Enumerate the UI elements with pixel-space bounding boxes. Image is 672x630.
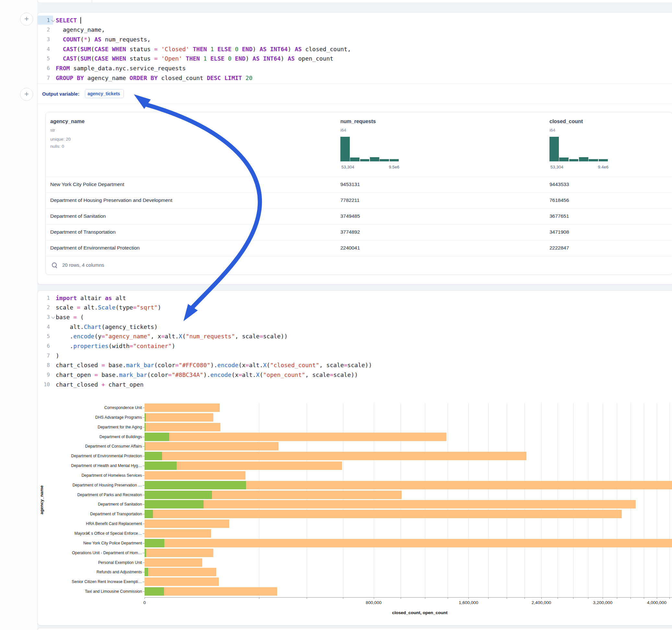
bar-open-count: [145, 568, 148, 576]
column-stat: unique: 20: [50, 137, 71, 142]
code-token: "closed_count": [270, 362, 319, 368]
line-number: 1: [38, 16, 50, 25]
bar-closed-count: [145, 549, 213, 557]
line-number: 6: [38, 341, 50, 350]
y-axis-label: Senior Citizen Rent Increase Exempti…: [45, 579, 142, 584]
code-line[interactable]: GROUP BY agency_name ORDER BY closed_cou…: [56, 73, 253, 83]
gridline: [669, 403, 670, 597]
code-line[interactable]: COUNT(*) AS num_requests,: [56, 35, 151, 44]
code-token: [207, 46, 210, 52]
code-token: END: [242, 46, 253, 52]
code-token: INT64: [270, 46, 288, 52]
code-token: encode: [73, 333, 94, 340]
histogram-bar: [569, 159, 579, 162]
bar-closed-count: [145, 519, 229, 528]
code-line[interactable]: agency_name,: [56, 25, 105, 34]
code-token: 'Open': [161, 55, 182, 62]
code-token: =: [239, 371, 242, 378]
code-token: alt.: [242, 371, 256, 378]
code-line[interactable]: CAST(SUM(CASE WHEN status = 'Closed' THE…: [56, 44, 351, 54]
code-token: [109, 46, 112, 52]
code-token: 20: [245, 75, 253, 81]
code-line[interactable]: FROM sample_data.nyc.service_requests: [56, 64, 186, 73]
code-token: [232, 55, 235, 62]
code-line[interactable]: import altair as alt: [56, 293, 126, 303]
bar-open-count: [145, 442, 145, 451]
column-header[interactable]: agency_name: [50, 119, 85, 124]
table-cell: Department of Environmental Protection: [50, 245, 140, 251]
code-line[interactable]: scale = alt.Scale(type="sqrt"): [56, 303, 161, 312]
code-token: (color: [154, 362, 175, 368]
add-cell-button-output[interactable]: +: [20, 88, 33, 101]
code-token: "container": [133, 343, 171, 349]
code-token: =: [330, 371, 333, 378]
table-cell: 9453131: [340, 181, 360, 187]
code-token: [158, 55, 161, 62]
search-icon[interactable]: [52, 263, 57, 267]
code-token: 0: [235, 46, 239, 52]
code-token: [232, 46, 235, 52]
bar-open-count: [145, 423, 146, 431]
output-variable-pill[interactable]: agency_tickets: [85, 89, 124, 98]
code-token: scale)): [333, 371, 358, 378]
table-cell: 3774892: [340, 229, 360, 235]
code-line[interactable]: base = (: [56, 312, 84, 322]
code-token: ): [253, 46, 260, 52]
code-line[interactable]: .encode(y="agency_name", x=alt.X("num_re…: [56, 332, 288, 341]
previous-cell-bottom: [37, 0, 672, 3]
line-number: 2: [38, 303, 50, 312]
y-axis-label: HRA Benefit Card Replacement: [45, 522, 142, 526]
line-number: 7: [38, 73, 50, 83]
code-line[interactable]: alt.Chart(agency_tickets): [56, 322, 158, 332]
histogram-bar: [360, 159, 369, 162]
histogram-max-label: 9.4e6: [589, 165, 608, 169]
code-token: mark_bar: [119, 371, 147, 378]
code-token: (: [77, 314, 84, 320]
line-number: 3: [38, 312, 50, 322]
text-cursor: [80, 17, 81, 24]
bar-closed-count: [145, 587, 277, 596]
y-axis-label: Department of Buildings: [45, 435, 142, 439]
code-token: alt.: [165, 333, 178, 340]
code-token: alt.: [249, 362, 263, 368]
x-tick-label: 1,600,000: [446, 600, 491, 605]
bar-closed-count: [145, 404, 220, 412]
column-header[interactable]: closed_count: [549, 119, 583, 124]
code-token: scale: [56, 304, 77, 311]
code-line[interactable]: chart_closed = base.mark_bar(color="#FFC…: [56, 360, 372, 370]
code-token: [182, 55, 186, 62]
histogram-bar: [589, 159, 598, 162]
code-line[interactable]: ): [56, 351, 59, 360]
code-token: closed_count: [158, 75, 207, 81]
code-token: =: [344, 362, 347, 368]
bar-closed-count: [145, 433, 447, 441]
y-axis-label: Department of Health and Mental Hyg…: [45, 463, 142, 468]
code-line[interactable]: CAST(SUM(CASE WHEN status = 'Open' THEN …: [56, 54, 333, 63]
histogram-bar: [579, 157, 589, 162]
output-variable-label: Output variable:: [42, 91, 79, 97]
line-number: 7: [38, 351, 50, 360]
code-token: [56, 55, 63, 62]
code-token: AS: [94, 36, 101, 43]
x-axis-title: closed_count, open_count: [378, 610, 462, 615]
code-token: base.: [98, 371, 119, 378]
code-token: SUM: [80, 46, 91, 52]
code-token: =: [175, 362, 179, 368]
histogram-bar: [549, 137, 559, 162]
code-token: import: [56, 295, 77, 301]
code-token: SELECT: [56, 17, 77, 24]
line-number: 2: [38, 25, 50, 34]
code-token: "sqrt": [137, 304, 158, 311]
code-token: open_count: [295, 55, 333, 62]
code-line[interactable]: .properties(width="container"): [56, 341, 175, 350]
code-token: CAST: [63, 55, 77, 62]
code-line[interactable]: chart_open = base.mark_bar(color="#8BC34…: [56, 370, 358, 380]
table-cell: Department of Housing Preservation and D…: [50, 197, 172, 203]
x-axis-line: [145, 597, 672, 598]
histogram-bar: [340, 137, 350, 162]
column-stat: nulls: 0: [50, 144, 64, 149]
add-cell-button-top[interactable]: +: [20, 13, 33, 26]
column-header[interactable]: num_requests: [340, 119, 376, 124]
code-line[interactable]: SELECT: [56, 16, 81, 25]
code-line[interactable]: chart_closed + chart_open: [56, 380, 144, 389]
